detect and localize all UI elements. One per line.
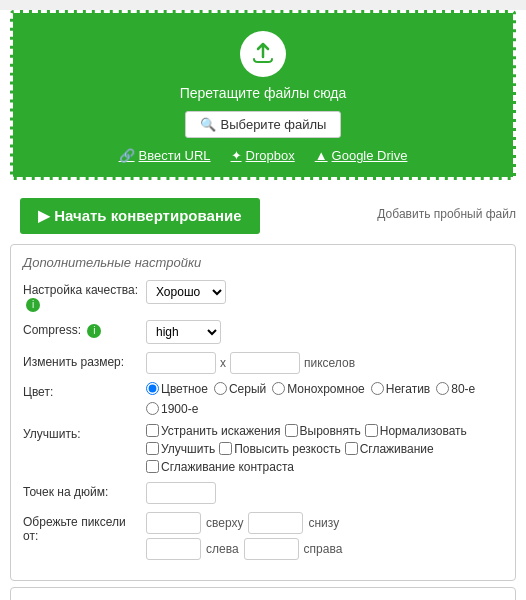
dpi-row: Точек на дюйм: [23,482,503,504]
color-control: Цветное Серый Монохромное Негатив 80-е [146,382,503,416]
quality-info-icon[interactable]: i [26,298,40,312]
crop-left-input[interactable] [146,538,201,560]
crop-control: сверху снизу слева справа [146,512,503,560]
upload-area: Перетащите файлы сюда 🔍 Выберите файлы 🔗… [10,10,516,180]
crop-row: Обрежьте пиксели от: сверху снизу слева … [23,512,503,560]
upload-icon [240,31,286,77]
quality-select[interactable]: Хорошо Лучше Отлично [146,280,226,304]
dpi-input[interactable] [146,482,216,504]
color-label: Цвет: [23,382,138,399]
color-option-color[interactable]: Цветное [146,382,208,396]
enhance-align[interactable]: Выровнять [285,424,361,438]
enhance-smooth[interactable]: Сглаживание [345,442,434,456]
enhance-improve[interactable]: Улучшить [146,442,215,456]
color-option-gray[interactable]: Серый [214,382,266,396]
compress-control: high medium low [146,320,503,344]
crop-left-label: слева [206,542,239,556]
link-icon: 🔗 [119,148,135,163]
color-option-neg[interactable]: Негатив [371,382,430,396]
search-icon: 🔍 [200,117,216,132]
start-convert-button-top[interactable]: ▶ Начать конвертирование [20,198,260,234]
enhance-sharpen[interactable]: Повысить резкость [219,442,340,456]
choose-files-button[interactable]: 🔍 Выберите файлы [185,111,342,138]
compress-select[interactable]: high medium low [146,320,221,344]
color-option-80s[interactable]: 80-е [436,382,475,396]
crop-bottom-label: снизу [308,516,339,530]
compress-row: Compress: i high medium low [23,320,503,344]
enhance-checkbox-group: Устранить искажения Выровнять Нормализов… [146,424,503,474]
enhance-label: Улучшить: [23,424,138,441]
enhance-smooth-contrast[interactable]: Сглаживание контраста [146,460,294,474]
resize-label: Изменить размер: [23,352,138,369]
gdrive-link[interactable]: ▲ Google Drive [315,148,408,163]
save-panel: Сохранить настройки Сохранить настройки … [10,587,516,600]
quality-row: Настройка качества: i Хорошо Лучше Отлич… [23,280,503,312]
compress-info-icon[interactable]: i [87,324,101,338]
settings-panel: Дополнительные настройки Настройка качес… [10,244,516,581]
crop-label: Обрежьте пиксели от: [23,512,138,543]
resize-height-input[interactable] [230,352,300,374]
color-option-mono[interactable]: Монохромное [272,382,365,396]
enhance-fix-distortion[interactable]: Устранить искажения [146,424,281,438]
crop-right-label: справа [304,542,343,556]
dropbox-link[interactable]: ✦ Dropbox [231,148,295,163]
crop-top-bottom-row: сверху снизу [146,512,342,534]
compress-label: Compress: i [23,320,138,338]
enhance-row: Улучшить: Устранить искажения Выровнять … [23,424,503,474]
drag-text: Перетащите файлы сюда [23,85,503,101]
resize-control: x пикселов [146,352,503,374]
color-radio-group: Цветное Серый Монохромное Негатив 80-е [146,382,503,416]
crop-left-right-row: слева справа [146,538,342,560]
dropbox-icon: ✦ [231,148,242,163]
quality-label: Настройка качества: i [23,280,138,312]
url-link[interactable]: 🔗 Ввести URL [119,148,211,163]
settings-title: Дополнительные настройки [23,255,503,270]
enhance-control: Устранить искажения Выровнять Нормализов… [146,424,503,474]
crop-bottom-input[interactable] [248,512,303,534]
resize-width-input[interactable] [146,352,216,374]
dpi-control [146,482,503,504]
resize-row: Изменить размер: x пикселов [23,352,503,374]
enhance-normalize[interactable]: Нормализовать [365,424,467,438]
crop-inputs: сверху снизу слева справа [146,512,342,560]
resize-unit: пикселов [304,356,355,370]
dpi-label: Точек на дюйм: [23,482,138,499]
quality-control: Хорошо Лучше Отлично [146,280,503,304]
crop-top-label: сверху [206,516,243,530]
x-separator: x [220,356,226,370]
color-row: Цвет: Цветное Серый Монохромное Негатив [23,382,503,416]
crop-right-input[interactable] [244,538,299,560]
add-test-file-link[interactable]: Добавить пробный файл [377,207,516,221]
color-option-1900s[interactable]: 1900-е [146,402,198,416]
gdrive-icon: ▲ [315,148,328,163]
crop-top-input[interactable] [146,512,201,534]
